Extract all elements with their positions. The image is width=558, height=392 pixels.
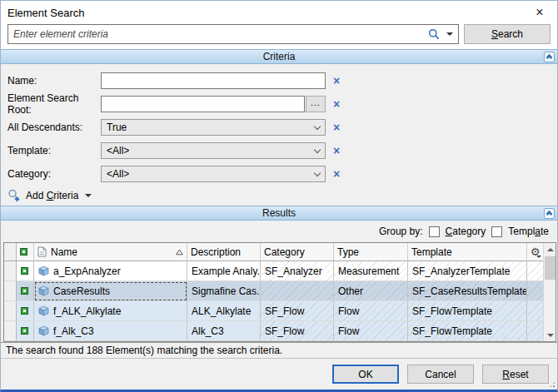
field-row-template: Template: <All> × <box>1 139 557 162</box>
row-template-cell: SF_CaseResultsTemplate <box>408 281 527 301</box>
row-category-cell <box>261 281 334 301</box>
row-type-cell: Measurement <box>334 261 408 281</box>
search-row: Search <box>1 24 557 49</box>
clear-name-icon[interactable]: × <box>333 76 340 86</box>
group-by-template-checkbox[interactable] <box>491 226 502 237</box>
criteria-section-header: Criteria <box>1 49 557 64</box>
column-header-name[interactable]: Name <box>34 243 187 261</box>
vertical-scrollbar[interactable] <box>543 243 556 341</box>
add-criteria-button[interactable]: Add Criteria <box>1 186 557 206</box>
table-row[interactable]: f_ALK_Alkylate ALK_Alkylate SF_Flow Flow… <box>4 301 544 321</box>
row-name-cell[interactable]: f_ALK_Alkylate <box>34 301 187 321</box>
search-root-field[interactable] <box>101 96 305 112</box>
template-field-label: Template: <box>7 145 101 156</box>
element-status-icon <box>21 327 28 335</box>
close-icon[interactable]: × <box>529 3 551 22</box>
all-descendants-select[interactable]: True <box>101 119 326 136</box>
checked-column-header[interactable] <box>17 243 34 261</box>
element-cube-icon <box>38 285 49 296</box>
clear-all-descendants-icon[interactable]: × <box>333 122 340 132</box>
column-header-description[interactable]: Description <box>187 243 261 261</box>
row-selector[interactable] <box>4 261 17 281</box>
reset-button[interactable]: Reset <box>482 365 549 384</box>
chevron-down-icon <box>314 122 321 129</box>
scroll-down-icon[interactable] <box>544 329 556 341</box>
row-description-cell: Alk_C3 <box>187 321 261 341</box>
search-options-caret-icon[interactable] <box>446 32 453 36</box>
element-status-icon <box>21 267 28 275</box>
element-cube-icon <box>38 305 49 316</box>
results-collapse-icon[interactable] <box>544 208 555 219</box>
category-field-label: Category: <box>7 168 101 180</box>
search-icon[interactable] <box>428 28 440 40</box>
titlebar: Element Search × <box>1 1 557 24</box>
row-selector[interactable] <box>4 301 17 321</box>
grid-header-row: Name Description Category Type Template … <box>4 243 544 261</box>
browse-button[interactable]: ... <box>306 96 326 112</box>
column-chooser-button[interactable]: ⚙ <box>527 243 544 261</box>
table-row[interactable]: a_ExpAnalyzer Example Analy... SF_Analyz… <box>4 261 544 281</box>
group-by-category-label: Category <box>446 226 486 237</box>
results-grid: Name Description Category Type Template … <box>3 242 556 342</box>
name-field-label: Name: <box>7 75 101 87</box>
gear-caret-icon <box>536 256 541 258</box>
name-field[interactable] <box>101 72 326 89</box>
clear-category-icon[interactable]: × <box>333 169 340 179</box>
row-category-cell: SF_Flow <box>261 301 334 321</box>
category-select[interactable]: <All> <box>101 166 326 182</box>
field-row-all-descendants: All Descendants: True × <box>1 116 557 139</box>
row-name-cell[interactable]: f_Alk_C3 <box>34 321 187 341</box>
clear-template-icon[interactable]: × <box>333 146 340 156</box>
chevron-down-icon <box>314 169 321 176</box>
group-by-template-label: Template <box>508 226 549 237</box>
column-header-template[interactable]: Template <box>408 243 527 261</box>
group-by-row: Group by: Category Template <box>1 221 557 242</box>
group-by-category-checkbox[interactable] <box>429 226 440 237</box>
column-header-category[interactable]: Category <box>261 243 334 261</box>
row-template-cell: SF_AnalyzerTemplate <box>408 261 527 281</box>
search-button[interactable]: Search <box>464 24 551 44</box>
row-type-cell: Flow <box>334 301 408 321</box>
search-input[interactable] <box>13 26 425 42</box>
status-text: The search found 188 Element(s) matching… <box>6 345 282 356</box>
group-by-label: Group by: <box>379 226 423 237</box>
ok-button[interactable]: OK <box>332 365 399 384</box>
search-split-control[interactable] <box>425 28 453 40</box>
table-row[interactable]: CaseResults Sigmafine Cas... Other SF_Ca… <box>4 281 544 301</box>
row-description-cell: Sigmafine Cas... <box>187 281 261 301</box>
criteria-body: Name: × Element Search Root: ... × All D… <box>1 64 557 206</box>
row-type-cell: Other <box>334 281 408 301</box>
element-status-icon <box>20 248 27 256</box>
template-select[interactable]: <All> <box>101 142 326 159</box>
criteria-header-label: Criteria <box>263 51 296 62</box>
row-category-cell: SF_Analyzer <box>261 261 334 281</box>
scrollbar-thumb[interactable] <box>545 256 556 280</box>
cancel-button[interactable]: Cancel <box>407 365 474 384</box>
table-row[interactable]: f_Alk_C3 Alk_C3 SF_Flow Flow SF_FlowTemp… <box>4 321 544 341</box>
criteria-collapse-icon[interactable] <box>544 52 555 62</box>
row-selector[interactable] <box>4 281 17 301</box>
row-category-cell: SF_Flow <box>261 321 334 341</box>
element-cube-icon <box>38 325 49 336</box>
scroll-up-icon[interactable] <box>544 243 556 256</box>
footer: OK Cancel Reset <box>1 359 557 390</box>
row-check-cell <box>17 281 34 301</box>
column-header-type[interactable]: Type <box>334 243 408 261</box>
search-input-wrap <box>7 24 459 44</box>
row-selector-header <box>4 243 17 261</box>
row-name-cell[interactable]: CaseResults <box>34 281 187 301</box>
row-gear-cell <box>527 261 544 281</box>
row-description-cell: Example Analy... <box>187 261 261 281</box>
element-status-icon <box>21 307 28 315</box>
clear-search-root-icon[interactable]: × <box>333 99 340 109</box>
resize-grip[interactable] <box>549 381 556 388</box>
add-criteria-icon <box>7 189 21 202</box>
row-selector[interactable] <box>4 321 17 341</box>
status-bar: The search found 188 Element(s) matching… <box>1 342 557 359</box>
row-template-cell: SF_FlowTemplate <box>408 301 527 321</box>
results-section-header: Results <box>1 206 557 221</box>
add-criteria-caret-icon <box>85 194 92 197</box>
row-name-cell[interactable]: a_ExpAnalyzer <box>34 261 187 281</box>
row-description-cell: ALK_Alkylate <box>187 301 261 321</box>
chevron-down-icon <box>314 146 321 152</box>
